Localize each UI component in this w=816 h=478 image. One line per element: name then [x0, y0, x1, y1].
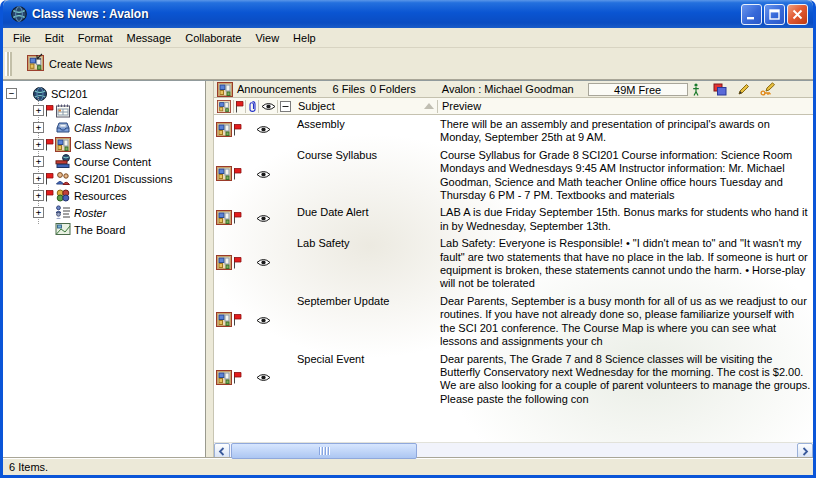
news-item-row[interactable]: Assembly There will be an assembly and p…: [214, 115, 813, 146]
tree-item[interactable]: The Board: [3, 221, 205, 238]
unread-flag-icon: [233, 256, 242, 271]
menu-item[interactable]: Format: [71, 30, 120, 46]
sort-indicator-icon[interactable]: [424, 103, 434, 109]
news-item-row[interactable]: Special Event Dear parents, The Grade 7 …: [214, 350, 813, 408]
expand-toggle-icon[interactable]: [33, 173, 44, 184]
scrollbar-track[interactable]: [230, 443, 797, 458]
tree-item[interactable]: Roster: [3, 204, 205, 221]
menu-item[interactable]: File: [6, 30, 38, 46]
panel-toolbar-icons: [688, 82, 776, 96]
expand-toggle-icon[interactable]: [33, 105, 44, 116]
menu-item[interactable]: Edit: [38, 30, 71, 46]
unread-flag-icon: [233, 167, 242, 182]
menu-item[interactable]: Collaborate: [178, 30, 248, 46]
tree-item-label: The Board: [74, 224, 125, 236]
scroll-left-button[interactable]: [214, 443, 230, 459]
unread-flag-icon: [233, 371, 242, 386]
resources-icon: [55, 188, 71, 204]
news-icon: [55, 137, 71, 153]
news-preview: Dear parents, The Grade 7 and 8 Science …: [438, 351, 813, 407]
menu-item[interactable]: Help: [286, 30, 323, 46]
tree-item-label: Course Content: [74, 156, 151, 168]
close-button[interactable]: [787, 4, 808, 25]
toolbar-grip-handle[interactable]: [5, 52, 12, 76]
tree-item[interactable]: SCI201 Discussions: [3, 170, 205, 187]
expand-toggle-icon[interactable]: [33, 139, 44, 150]
subject-column-header[interactable]: Subject: [292, 98, 424, 114]
expand-toggle-icon[interactable]: [33, 207, 44, 218]
minimize-button[interactable]: [741, 4, 762, 25]
menu-bar: File Edit Format Message Collaborate Vie…: [3, 28, 813, 48]
tree-item-label: Class News: [74, 139, 132, 151]
news-preview: Course Syllabus for Grade 8 SCI201 Cours…: [438, 147, 813, 203]
column-viewed-header[interactable]: [259, 98, 277, 114]
list-column-header: Subject Preview: [214, 98, 813, 115]
chat-squares-icon[interactable]: [712, 82, 728, 96]
news-item-row[interactable]: Course Syllabus Course Syllabus for Grad…: [214, 146, 813, 204]
tree-root-sci201[interactable]: SCI201: [3, 85, 205, 102]
panel-title: Announcements: [237, 83, 317, 95]
panel-splitter[interactable]: [206, 81, 214, 458]
scroll-right-button[interactable]: [797, 443, 813, 459]
collapse-toggle-icon[interactable]: [6, 88, 17, 99]
collapse-all-icon[interactable]: [278, 98, 292, 114]
pencil-icon[interactable]: [736, 82, 752, 96]
tree-item[interactable]: Resources: [3, 187, 205, 204]
person-icon[interactable]: [688, 82, 704, 96]
menu-item[interactable]: Message: [120, 30, 179, 46]
files-count: 6 Files: [333, 83, 365, 95]
viewed-eye-icon: [256, 257, 271, 269]
tree-root-label: SCI201: [51, 88, 88, 100]
news-item-icon: [216, 166, 232, 183]
unread-flag-icon: [45, 104, 54, 117]
toolbar: Create News: [3, 48, 813, 80]
menu-item[interactable]: View: [248, 30, 286, 46]
content-area: SCI201 Calendar: [3, 80, 813, 458]
maximize-button[interactable]: [764, 4, 785, 25]
news-item-icon: [216, 255, 232, 272]
tree-item[interactable]: Class Inbox: [3, 119, 205, 136]
titlebar[interactable]: Class News : Avalon: [3, 0, 813, 28]
column-item-icon-header[interactable]: [214, 98, 233, 114]
unread-flag-icon: [45, 138, 54, 151]
tree-children: Calendar Class Inbox: [3, 102, 205, 238]
app-window: Class News : Avalon File Edit Format Mes…: [0, 0, 816, 478]
news-subject: September Update: [294, 293, 438, 349]
server-user-label: Avalon : Michael Goodman: [442, 83, 574, 95]
tree-item-label: SCI201 Discussions: [74, 173, 172, 185]
news-subject: Lab Safety: [294, 235, 438, 291]
news-item-row[interactable]: Lab Safety Lab Safety: Everyone is Respo…: [214, 234, 813, 292]
column-attachment-header[interactable]: [246, 98, 258, 114]
news-item-row[interactable]: Due Date Alert LAB A is due Friday Septe…: [214, 203, 813, 234]
viewed-eye-icon: [256, 213, 271, 225]
calendar-icon: [55, 103, 71, 119]
status-bar: 6 Items.: [3, 458, 813, 475]
tree-item[interactable]: Calendar: [3, 102, 205, 119]
create-news-button[interactable]: Create News: [22, 52, 120, 75]
news-item-row[interactable]: September Update Dear Parents, September…: [214, 292, 813, 350]
news-item-icon: [216, 312, 232, 329]
news-item-icon: [216, 210, 232, 227]
expand-toggle-icon[interactable]: [33, 122, 44, 133]
unread-flag-icon: [233, 313, 242, 328]
discussions-icon: [55, 171, 71, 187]
globe-icon: [32, 86, 48, 102]
news-subject: Course Syllabus: [294, 147, 438, 203]
horizontal-scrollbar[interactable]: [214, 442, 813, 458]
board-icon: [55, 222, 71, 238]
expand-toggle-icon[interactable]: [33, 190, 44, 201]
preview-column-header[interactable]: Preview: [438, 98, 813, 114]
pencil-key-icon[interactable]: [760, 82, 776, 96]
unread-flag-icon: [233, 123, 242, 138]
tree-item[interactable]: Class News: [3, 136, 205, 153]
unread-flag-icon: [45, 189, 54, 202]
news-subject: Special Event: [294, 351, 438, 407]
roster-icon: [55, 205, 71, 221]
tree-item[interactable]: Course Content: [3, 153, 205, 170]
column-flag-header[interactable]: [234, 98, 245, 114]
expand-toggle-icon[interactable]: [33, 156, 44, 167]
viewed-eye-icon: [256, 372, 271, 384]
scrollbar-thumb[interactable]: [231, 443, 417, 459]
news-subject: Assembly: [294, 116, 438, 145]
storage-free-gauge: 49M Free: [588, 83, 688, 96]
